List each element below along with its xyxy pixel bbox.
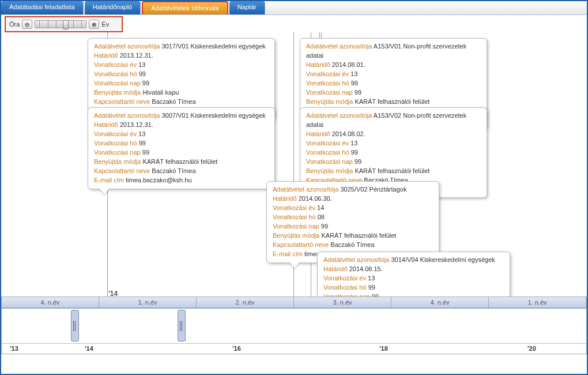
tab-timeline[interactable]: Adatátvételek Idővonala: [142, 1, 228, 14]
overview-left-handle[interactable]: [71, 310, 79, 342]
overview-year-label: '13: [10, 345, 18, 352]
axis-cell: 1. n.év: [489, 297, 586, 308]
overview-year-label: '14: [85, 345, 93, 352]
timeline-canvas[interactable]: '14 Adatátvétel azonosítója 3017/V01 Kis…: [1, 32, 587, 309]
overview-year-label: '20: [527, 345, 536, 352]
axis-cell: 2. n.év: [197, 297, 294, 308]
timeline-card[interactable]: Adatátvétel azonosítója 3025/V02 Pénztár…: [266, 181, 439, 263]
axis-cell: 3. n.év: [294, 297, 391, 308]
tab-calendar[interactable]: Naptár: [229, 1, 265, 14]
axis-cell: 1. n.év: [99, 297, 197, 308]
zoom-slider-thumb[interactable]: [63, 20, 69, 29]
axis-cell: 4. n.év: [391, 297, 489, 308]
axis-cell: 4. n.év: [2, 297, 99, 308]
timeline-overview[interactable]: '13 '14 '16 '18 '20: [1, 308, 587, 354]
zoom-right-label: Év: [101, 21, 109, 28]
overview-year-label: '18: [379, 345, 388, 352]
timeline-card[interactable]: Adatátvétel azonosítója 3007/V01 Kiskere…: [88, 107, 275, 189]
zoom-slider[interactable]: [35, 20, 86, 28]
timeline-card[interactable]: Adatátvétel azonosítója 3014/V04 Kiskere…: [317, 252, 510, 298]
zoom-left-label: Óra: [9, 21, 20, 28]
timeline-quarter-axis: 4. n.év 1. n.év 2. n.év 3. n.év 4. n.év …: [1, 297, 587, 308]
overview-year-label: '16: [232, 345, 241, 352]
tab-tasklist[interactable]: Adatátadási feladatlista: [1, 1, 84, 14]
tab-bar: Adatátadási feladatlista Határidőnapló A…: [1, 1, 587, 15]
tab-deadline-log[interactable]: Határidőnapló: [85, 1, 141, 14]
zoom-toolbar: Óra ⊖ ⊕ Év: [5, 16, 123, 32]
zoom-in-button[interactable]: ⊕: [89, 20, 99, 29]
zoom-out-button[interactable]: ⊖: [22, 20, 32, 29]
overview-right-handle[interactable]: [178, 310, 186, 342]
